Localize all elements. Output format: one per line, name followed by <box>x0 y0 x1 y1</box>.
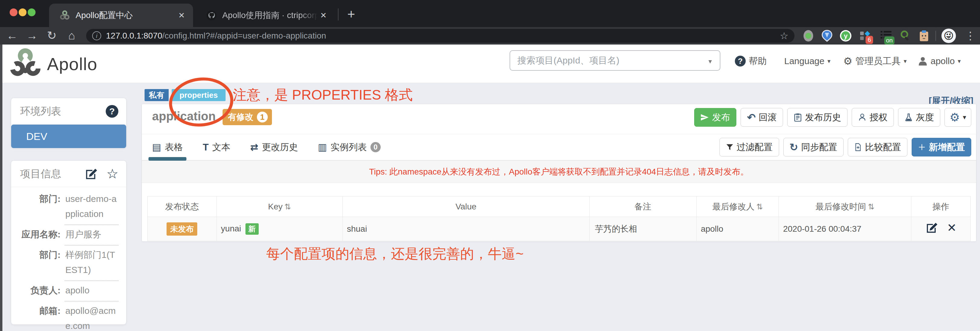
help-icon <box>735 55 746 67</box>
reload-icon[interactable] <box>44 27 60 44</box>
edit-project-icon[interactable] <box>84 167 98 181</box>
project-field: 负责人: apollo <box>11 283 118 301</box>
col-comment: 备注 <box>589 196 696 217</box>
project-field: 应用名称: 用户服务 <box>11 227 118 245</box>
col-modifier[interactable]: 最后修改人 <box>696 196 778 217</box>
apollo-brand[interactable]: Apollo <box>8 46 97 82</box>
sync-config-button[interactable]: 同步配置 <box>783 138 844 157</box>
user-label: apollo <box>931 56 955 66</box>
user-menu[interactable]: apollo <box>918 44 961 78</box>
user-icon <box>918 56 928 66</box>
help-link[interactable]: 帮助 <box>735 44 767 78</box>
project-search[interactable] <box>509 50 721 71</box>
col-modified-time[interactable]: 最后修改时间 <box>779 196 912 217</box>
tab-title: Apollo使用指南 · ctripcorp/apo <box>222 10 317 21</box>
admin-tools-label: 管理员工具 <box>855 55 900 67</box>
view-tabs: 表格 文本 更改历史 实例列表 0 <box>142 134 976 161</box>
edit-config-icon[interactable] <box>925 221 939 234</box>
rollback-button[interactable]: 回滚 <box>741 108 783 127</box>
tab-close-icon[interactable] <box>176 10 188 21</box>
gray-release-label: 灰度 <box>916 111 934 124</box>
environment-panel: 环境列表 DEV <box>11 98 126 148</box>
home-icon[interactable] <box>64 27 80 44</box>
undo-icon <box>747 111 756 124</box>
extension-y-icon[interactable]: y <box>840 30 852 42</box>
tab-table-label: 表格 <box>165 141 183 154</box>
svg-text:y: y <box>844 32 848 40</box>
env-item-dev[interactable]: DEV <box>11 125 126 148</box>
table-row: 未发布 yunai新 shuai 芋艿的长相 apollo 2020-01-26… <box>148 217 970 241</box>
tab-close-icon[interactable] <box>317 10 329 21</box>
field-value: apollo@acme.com <box>65 303 118 331</box>
profile-avatar[interactable]: 😜 <box>942 29 956 43</box>
sort-icon[interactable] <box>868 202 875 211</box>
github-favicon <box>206 10 217 21</box>
extension-vimium-icon[interactable] <box>821 30 833 42</box>
tab-instance-list[interactable]: 实例列表 0 <box>318 134 381 160</box>
new-tab-button[interactable] <box>343 6 359 22</box>
namespace-name: application <box>152 109 216 123</box>
tab-instance-list-label: 实例列表 <box>331 141 367 154</box>
extension-list-icon[interactable]: on <box>880 30 892 42</box>
browser-menu-icon[interactable] <box>965 28 974 44</box>
publish-button[interactable]: 发布 <box>694 108 737 127</box>
traffic-light-zoom[interactable] <box>28 8 35 16</box>
tab-change-history[interactable]: 更改历史 <box>250 134 298 160</box>
search-input[interactable] <box>510 51 720 70</box>
plus-icon <box>918 143 926 151</box>
release-history-button[interactable]: 发布历史 <box>787 108 848 127</box>
favorite-star-icon[interactable] <box>107 167 118 181</box>
new-badge: 新 <box>245 223 259 235</box>
window-edge <box>0 44 2 331</box>
info-icon[interactable]: i <box>92 31 101 40</box>
browser-tab-github[interactable]: Apollo使用指南 · ctripcorp/apo <box>196 4 335 27</box>
namespace-settings-button[interactable] <box>945 108 971 127</box>
field-value: user-demo-application <box>65 192 118 225</box>
flask-icon <box>904 113 913 122</box>
filter-config-button[interactable]: 过滤配置 <box>719 138 779 157</box>
diff-config-label: 比较配置 <box>865 141 901 154</box>
address-bar[interactable]: i 127.0.0.1:8070/config.html?#/appid=use… <box>86 29 794 43</box>
back-icon[interactable] <box>4 27 20 44</box>
document-icon <box>854 143 862 151</box>
grant-label: 授权 <box>869 111 888 124</box>
sort-icon[interactable] <box>284 202 291 211</box>
rollback-label: 回滚 <box>759 111 777 124</box>
gray-release-button[interactable]: 灰度 <box>898 108 940 127</box>
field-label: 邮箱: <box>11 303 65 331</box>
field-label: 部门: <box>11 192 65 225</box>
modified-count: 1 <box>257 112 268 122</box>
help-label: 帮助 <box>749 55 767 67</box>
bookmark-star-icon[interactable] <box>780 30 789 41</box>
col-key[interactable]: Key <box>216 196 342 217</box>
extension-adblock-icon[interactable] <box>802 30 815 42</box>
extension-search-icon[interactable] <box>899 30 912 42</box>
traffic-light-close[interactable] <box>10 8 18 16</box>
language-menu[interactable]: Language <box>784 44 830 78</box>
chevron-down-icon <box>904 57 907 65</box>
private-badge: 私有 <box>145 89 169 101</box>
send-icon <box>700 113 709 122</box>
extension-clipboard-icon[interactable] <box>918 30 930 42</box>
chevron-down-icon <box>827 57 830 65</box>
diff-config-button[interactable]: 比较配置 <box>848 138 907 157</box>
browser-tab-apollo[interactable]: Apollo配置中心 <box>49 4 193 27</box>
delete-config-icon[interactable] <box>947 221 956 234</box>
grant-button[interactable]: 授权 <box>852 108 894 127</box>
gear-icon <box>843 55 852 67</box>
filter-config-label: 过滤配置 <box>737 141 773 154</box>
tab-text[interactable]: 文本 <box>203 134 231 160</box>
field-label: 部门: <box>11 247 65 281</box>
admin-tools-menu[interactable]: 管理员工具 <box>843 44 907 78</box>
add-config-button[interactable]: 新增配置 <box>912 138 971 157</box>
col-modified-time-label: 最后修改时间 <box>816 202 866 211</box>
tab-table[interactable]: 表格 <box>152 134 183 160</box>
traffic-light-minimize[interactable] <box>19 8 27 16</box>
status-badge: 未发布 <box>167 222 197 236</box>
col-value: Value <box>342 196 589 217</box>
page-body: 环境列表 DEV 项目信息 部门: user-demo-application <box>2 83 980 331</box>
help-question-icon[interactable] <box>106 105 118 118</box>
extension-tampermonkey-icon[interactable]: 6 <box>859 30 871 42</box>
forward-icon[interactable] <box>24 27 40 44</box>
sort-icon[interactable] <box>756 202 763 211</box>
